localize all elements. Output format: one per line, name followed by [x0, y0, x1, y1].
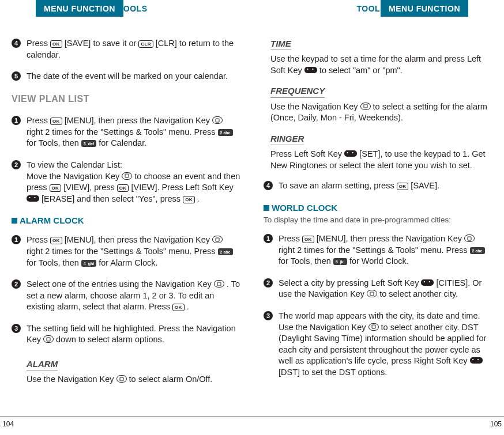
bullet-2: 2 [264, 278, 273, 288]
nav-key-icon [212, 116, 223, 124]
square-icon [264, 205, 269, 211]
ac-step-2: 2 Select one of the entries using the Na… [12, 279, 240, 313]
nav-key-icon [464, 234, 475, 242]
sub-time-body: Use the keypad to set a time for the ala… [270, 54, 492, 76]
ok-key-icon: OK [302, 236, 314, 243]
ac-step-1-body: Press OK [MENU], then press the Navigati… [27, 234, 240, 268]
section-view-plan-list: VIEW PLAN LIST [12, 93, 240, 105]
ok-key-icon: OK [117, 184, 129, 192]
bullet-3: 3 [264, 311, 273, 320]
vpl-step-2: 2 To view the Calendar List: Move the Na… [12, 160, 240, 205]
soft-key-icon [27, 195, 39, 202]
bullet-5: 5 [12, 71, 21, 81]
tab-menu-function-right: MENU FUNCTION [381, 0, 468, 17]
ok-key-icon: OK [397, 183, 409, 190]
soft-key-icon [344, 150, 357, 157]
left-content: 4 Press OK [SAVE] to save it or CLR [CLR… [12, 22, 240, 385]
section-world-clock: WORLD CLOCK [264, 202, 492, 214]
bullet-2: 2 [12, 160, 21, 169]
nav-key-icon [122, 172, 132, 180]
wc-step-1-body: Press OK [MENU], then press the Navigati… [279, 233, 492, 267]
sub-alarm-body: Use the Navigation Key to select alarm O… [27, 374, 240, 385]
page-right: TOOLS MENU FUNCTION TIME Use the keypad … [252, 0, 504, 435]
bullet-1: 1 [264, 234, 273, 243]
step-4-left: 4 Press OK [SAVE] to save it or CLR [CLR… [12, 38, 240, 60]
nav-key-icon [43, 335, 54, 343]
bullet-1: 1 [12, 235, 21, 244]
page-left: MENU FUNCTION TOOLS 4 Press OK [SAVE] to… [0, 0, 252, 435]
section-world-clock-label: WORLD CLOCK [272, 203, 337, 213]
key-4ghi-icon: 4 ghi [81, 260, 96, 267]
section-alarm-clock: ALARM CLOCK [12, 215, 240, 226]
sub-ringer-body: Press Left Soft Key [SET], to use the ke… [270, 149, 492, 171]
sub-frequency: FREQUENCY [270, 85, 325, 97]
step-4-right-body: To save an alarm setting, press OK [SAVE… [279, 180, 492, 192]
ok-key-icon: OK [50, 237, 62, 244]
page-number-left: 104 [2, 420, 14, 428]
sub-alarm: ALARM [27, 358, 58, 370]
bullet-4: 4 [264, 181, 273, 190]
key-2abc-icon: 2 abc [218, 129, 233, 136]
key-2abc-icon: 2 abc [470, 247, 485, 254]
nav-key-icon [214, 280, 224, 288]
soft-key-icon [421, 279, 434, 286]
wc-step-3-body: The world map appears with the city, its… [279, 311, 492, 378]
key-2abc-icon: 2 abc [218, 248, 233, 255]
sub-ringer: RINGER [270, 133, 304, 145]
soft-key-icon [304, 67, 317, 73]
tab-menu-function: MENU FUNCTION [36, 0, 123, 17]
vpl-step-1-body: Press OK [MENU], then press the Navigati… [27, 115, 240, 149]
square-icon [12, 218, 17, 224]
bullet-4: 4 [12, 39, 21, 48]
footer-rule [0, 416, 504, 417]
section-alarm-clock-label: ALARM CLOCK [20, 215, 84, 225]
sub-time: TIME [270, 38, 291, 50]
header-tools-left: TOOLS [118, 4, 147, 13]
nav-key-icon [212, 236, 223, 243]
header-row-right: TOOLS MENU FUNCTION [264, 0, 492, 22]
sub-frequency-body: Use the Navigation Key to select a setti… [270, 101, 492, 124]
ok-key-icon: OK [50, 184, 62, 192]
key-5jkl-icon: 5 jkl [333, 258, 347, 265]
ac-step-2-body: Select one of the entries using the Navi… [27, 279, 240, 313]
ok-key-icon: OK [183, 196, 195, 203]
soft-key-icon [470, 357, 483, 364]
bullet-2: 2 [12, 279, 21, 289]
page-number-right: 105 [490, 420, 502, 428]
wc-step-1: 1 Press OK [MENU], then press the Naviga… [264, 233, 492, 267]
wc-step-3: 3 The world map appears with the city, i… [264, 311, 492, 378]
world-clock-intro: To display the time and date in pre-prog… [264, 215, 492, 225]
nav-key-icon [367, 290, 377, 297]
ok-key-icon: OK [50, 40, 62, 48]
step-5-left-body: The date of the event will be marked on … [27, 71, 240, 82]
step-4-right: 4 To save an alarm setting, press OK [SA… [264, 180, 492, 192]
header-row-left: MENU FUNCTION TOOLS [12, 0, 240, 22]
key-3def-icon: 3 def [81, 140, 96, 147]
vpl-step-1: 1 Press OK [MENU], then press the Naviga… [12, 115, 240, 149]
nav-key-icon [368, 323, 379, 331]
bullet-3: 3 [12, 324, 21, 333]
ac-step-3: 3 The setting field will be highlighted.… [12, 323, 240, 346]
vpl-step-2-body: To view the Calendar List: Move the Navi… [27, 160, 240, 205]
nav-key-icon [360, 103, 371, 110]
ac-step-1: 1 Press OK [MENU], then press the Naviga… [12, 234, 240, 268]
bullet-1: 1 [12, 116, 21, 125]
ok-key-icon: OK [50, 118, 62, 125]
wc-step-2: 2 Select a city by pressing Left Soft Ke… [264, 278, 492, 300]
nav-key-icon [116, 375, 127, 383]
ac-step-3-body: The setting field will be highlighted. P… [27, 323, 240, 346]
clr-key-icon: CLR [138, 40, 153, 48]
wc-step-2-body: Select a city by pressing Left Soft Key … [279, 278, 492, 300]
ok-key-icon: OK [172, 304, 185, 311]
step-5-left: 5 The date of the event will be marked o… [12, 71, 240, 82]
step-4-left-body: Press OK [SAVE] to save it or CLR [CLR] … [27, 38, 240, 60]
right-content: TIME Use the keypad to set a time for th… [264, 22, 492, 378]
